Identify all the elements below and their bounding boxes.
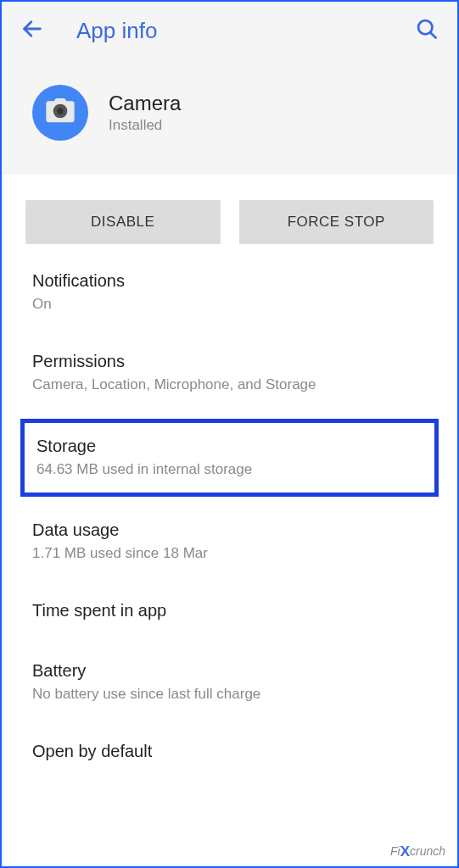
battery-item[interactable]: Battery No battery use since last full c… [2,643,457,723]
watermark: FiXcrunch [390,843,445,860]
search-icon[interactable] [415,17,439,44]
setting-title: Data usage [32,520,434,540]
page-title: App info [76,18,415,44]
app-text: Camera Installed [109,92,181,134]
setting-title: Permissions [32,352,434,371]
setting-subtitle: On [32,294,434,314]
content: DISABLE FORCE STOP Notifications On Perm… [2,175,457,783]
open-default-item[interactable]: Open by default [2,723,457,783]
setting-subtitle: 1.71 MB used since 18 Mar [32,543,434,564]
permissions-item[interactable]: Permissions Camera, Location, Microphone… [2,333,457,414]
disable-button[interactable]: DISABLE [25,200,221,244]
camera-icon [43,94,77,131]
storage-highlight: Storage 64.63 MB used in internal storag… [20,419,439,498]
setting-subtitle: No battery use since last full charge [32,684,434,704]
data-usage-item[interactable]: Data usage 1.71 MB used since 18 Mar [2,502,457,582]
setting-title: Battery [32,661,434,681]
watermark-prefix: Fi [390,844,400,858]
svg-point-4 [57,108,63,114]
setting-title: Storage [36,437,423,456]
setting-subtitle: Camera, Location, Microphone, and Storag… [32,375,434,395]
app-header: Camera Installed [2,59,457,175]
setting-title: Open by default [32,742,434,761]
watermark-x: X [400,843,410,860]
setting-title: Time spent in app [32,601,434,620]
back-arrow-icon[interactable] [20,17,44,44]
svg-line-2 [430,32,435,37]
header: App info [2,2,457,59]
app-icon [32,85,88,141]
setting-subtitle: 64.63 MB used in internal storage [36,459,423,480]
buttons-row: DISABLE FORCE STOP [2,175,457,253]
notifications-item[interactable]: Notifications On [2,253,457,333]
app-status: Installed [109,117,181,134]
watermark-suffix: crunch [410,844,445,858]
storage-item[interactable]: Storage 64.63 MB used in internal storag… [25,423,434,493]
app-name: Camera [109,92,181,115]
time-spent-item[interactable]: Time spent in app [2,582,457,643]
force-stop-button[interactable]: FORCE STOP [239,200,434,244]
setting-title: Notifications [32,271,434,291]
